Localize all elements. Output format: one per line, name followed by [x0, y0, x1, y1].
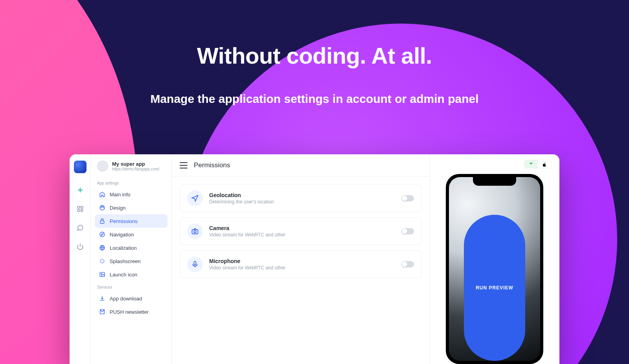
- left-rail: [70, 154, 91, 364]
- permission-title: Microphone: [209, 258, 395, 264]
- sidebar-item-navigation[interactable]: Navigation: [95, 228, 167, 241]
- svg-rect-8: [100, 221, 104, 223]
- apple-icon[interactable]: [538, 160, 551, 168]
- section-services: Services: [95, 281, 167, 292]
- page-title: Permissions: [194, 161, 230, 169]
- svg-point-9: [100, 232, 105, 237]
- toggle-microphone[interactable]: [401, 261, 414, 267]
- download-icon: [99, 295, 106, 302]
- camera-icon: [187, 223, 203, 239]
- sidebar-item-design[interactable]: Design: [95, 201, 167, 214]
- svg-rect-13: [192, 230, 198, 234]
- svg-point-7: [103, 207, 104, 208]
- hero-subtitle: Manage the application settings in accou…: [0, 92, 629, 106]
- svg-point-14: [194, 230, 196, 233]
- toggle-geolocation[interactable]: [401, 195, 414, 201]
- svg-rect-2: [77, 210, 79, 212]
- permission-camera: Camera Video stream for WebRTC and other: [180, 218, 421, 245]
- sidebar-item-label: Launch icon: [110, 272, 137, 278]
- admin-panel: My super app https://demo.flangapp.com/ …: [70, 154, 559, 364]
- sidebar-item-label: PUSH newsletter: [110, 309, 149, 315]
- location-icon: [187, 190, 203, 206]
- chat-icon[interactable]: [76, 223, 85, 232]
- app-url: https://demo.flangapp.com/: [112, 167, 160, 171]
- globe-icon: [99, 244, 106, 251]
- permission-geolocation: Geolocation Determining the user's locat…: [180, 185, 421, 212]
- mic-icon: [187, 256, 203, 272]
- toggle-camera[interactable]: [401, 228, 414, 234]
- sidebar-item-localization[interactable]: Localization: [95, 241, 167, 254]
- hero-title: Without coding. At all.: [0, 42, 629, 69]
- grid-icon[interactable]: [76, 205, 85, 213]
- sidebar-item-push-newsletter[interactable]: PUSH newsletter: [95, 305, 167, 318]
- android-icon[interactable]: [524, 160, 538, 168]
- app-avatar-icon: [97, 161, 108, 172]
- app-header[interactable]: My super app https://demo.flangapp.com/: [95, 159, 167, 177]
- sidebar-item-permissions[interactable]: Permissions: [95, 214, 167, 228]
- send-icon: [99, 308, 106, 315]
- lock-icon: [99, 218, 106, 225]
- sidebar-item-app-download[interactable]: App download: [95, 292, 167, 305]
- sidebar-item-label: Permissions: [110, 218, 138, 224]
- svg-rect-3: [81, 210, 83, 212]
- phone-notch: [473, 177, 516, 186]
- permission-desc: Determining the user's location: [209, 199, 395, 205]
- brand-logo[interactable]: [74, 161, 86, 173]
- section-app-settings: App settings: [95, 177, 167, 188]
- sidebar-item-splashscreen[interactable]: Splashscreen: [95, 254, 167, 268]
- sidebar-item-label: Localization: [110, 245, 137, 251]
- sidebar-item-label: Design: [110, 205, 125, 211]
- svg-rect-1: [81, 206, 83, 208]
- permission-title: Geolocation: [209, 192, 395, 198]
- menu-icon[interactable]: [180, 162, 188, 168]
- svg-point-12: [101, 273, 102, 274]
- svg-point-6: [102, 206, 103, 207]
- image-icon: [99, 271, 106, 278]
- permission-desc: Video stream for WebRTC and other: [209, 265, 395, 271]
- phone-screen: RUN PREVIEW: [449, 177, 540, 361]
- sparkle-icon: [99, 258, 106, 265]
- preview-pane: RUN PREVIEW: [430, 154, 559, 364]
- svg-rect-15: [194, 262, 196, 265]
- permission-microphone: Microphone Video stream for WebRTC and o…: [180, 251, 421, 278]
- sidebar-item-label: Splashscreen: [110, 258, 141, 264]
- platform-switch[interactable]: [524, 160, 552, 168]
- palette-icon: [99, 204, 106, 211]
- sidebar-item-label: Main info: [110, 192, 131, 198]
- run-preview-button[interactable]: RUN PREVIEW: [464, 215, 525, 361]
- permission-title: Camera: [209, 225, 395, 231]
- svg-rect-0: [77, 206, 79, 208]
- sidebar-item-label: App download: [110, 296, 142, 302]
- plus-icon[interactable]: [76, 186, 85, 194]
- sidebar: My super app https://demo.flangapp.com/ …: [91, 154, 172, 364]
- sidebar-item-main-info[interactable]: Main info: [95, 188, 167, 201]
- sidebar-item-launch-icon[interactable]: Launch icon: [95, 268, 167, 281]
- permission-desc: Video stream for WebRTC and other: [209, 232, 395, 238]
- compass-icon: [99, 231, 106, 238]
- app-name: My super app: [112, 161, 160, 167]
- main-content: Permissions Geolocation Determining the …: [172, 154, 430, 364]
- svg-point-5: [101, 207, 101, 208]
- power-icon[interactable]: [76, 242, 85, 251]
- sidebar-item-label: Navigation: [110, 232, 134, 238]
- phone-preview: RUN PREVIEW: [446, 174, 543, 364]
- home-icon: [99, 191, 106, 198]
